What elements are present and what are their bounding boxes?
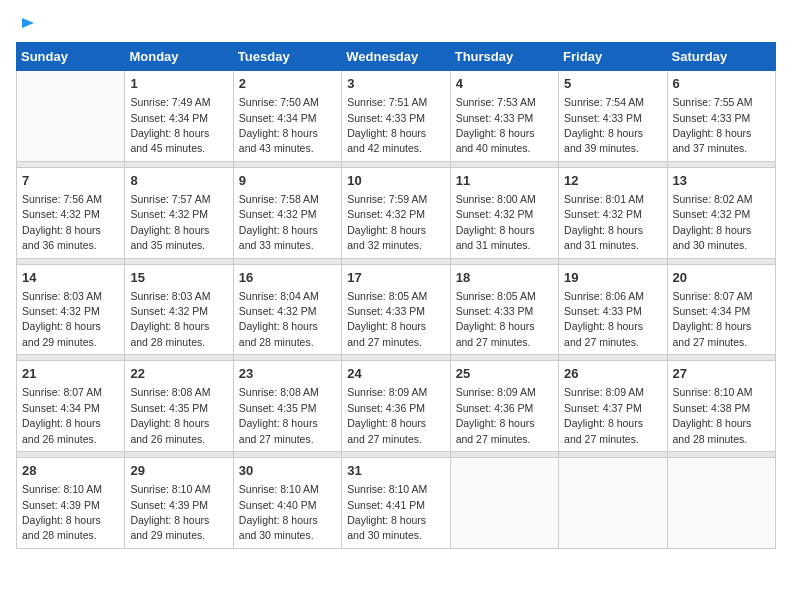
day-number: 13 [673, 172, 770, 190]
day-info: Sunrise: 7:51 AMSunset: 4:33 PMDaylight:… [347, 96, 427, 154]
day-info: Sunrise: 8:07 AMSunset: 4:34 PMDaylight:… [22, 386, 102, 444]
calendar-cell: 2Sunrise: 7:50 AMSunset: 4:34 PMDaylight… [233, 71, 341, 162]
day-number: 26 [564, 365, 661, 383]
day-info: Sunrise: 8:02 AMSunset: 4:32 PMDaylight:… [673, 193, 753, 251]
day-info: Sunrise: 7:50 AMSunset: 4:34 PMDaylight:… [239, 96, 319, 154]
calendar-cell: 22Sunrise: 8:08 AMSunset: 4:35 PMDayligh… [125, 361, 233, 452]
day-info: Sunrise: 7:49 AMSunset: 4:34 PMDaylight:… [130, 96, 210, 154]
calendar-cell [559, 458, 667, 549]
day-number: 1 [130, 75, 227, 93]
calendar-cell: 10Sunrise: 7:59 AMSunset: 4:32 PMDayligh… [342, 167, 450, 258]
calendar-week-row: 14Sunrise: 8:03 AMSunset: 4:32 PMDayligh… [17, 264, 776, 355]
svg-marker-0 [22, 18, 34, 28]
day-info: Sunrise: 8:03 AMSunset: 4:32 PMDaylight:… [130, 290, 210, 348]
calendar-cell: 30Sunrise: 8:10 AMSunset: 4:40 PMDayligh… [233, 458, 341, 549]
calendar-cell [667, 458, 775, 549]
calendar-cell: 3Sunrise: 7:51 AMSunset: 4:33 PMDaylight… [342, 71, 450, 162]
day-number: 7 [22, 172, 119, 190]
calendar-cell: 11Sunrise: 8:00 AMSunset: 4:32 PMDayligh… [450, 167, 558, 258]
day-info: Sunrise: 8:07 AMSunset: 4:34 PMDaylight:… [673, 290, 753, 348]
day-number: 10 [347, 172, 444, 190]
day-number: 2 [239, 75, 336, 93]
day-info: Sunrise: 8:10 AMSunset: 4:41 PMDaylight:… [347, 483, 427, 541]
calendar-cell [450, 458, 558, 549]
logo-flag-icon [18, 16, 36, 34]
day-info: Sunrise: 8:10 AMSunset: 4:39 PMDaylight:… [130, 483, 210, 541]
day-info: Sunrise: 7:55 AMSunset: 4:33 PMDaylight:… [673, 96, 753, 154]
calendar-cell: 20Sunrise: 8:07 AMSunset: 4:34 PMDayligh… [667, 264, 775, 355]
day-number: 11 [456, 172, 553, 190]
calendar-week-row: 1Sunrise: 7:49 AMSunset: 4:34 PMDaylight… [17, 71, 776, 162]
day-number: 27 [673, 365, 770, 383]
day-info: Sunrise: 8:08 AMSunset: 4:35 PMDaylight:… [130, 386, 210, 444]
day-info: Sunrise: 8:10 AMSunset: 4:40 PMDaylight:… [239, 483, 319, 541]
calendar-header-row: SundayMondayTuesdayWednesdayThursdayFrid… [17, 43, 776, 71]
day-number: 25 [456, 365, 553, 383]
day-number: 30 [239, 462, 336, 480]
calendar-cell: 17Sunrise: 8:05 AMSunset: 4:33 PMDayligh… [342, 264, 450, 355]
day-info: Sunrise: 8:08 AMSunset: 4:35 PMDaylight:… [239, 386, 319, 444]
day-info: Sunrise: 8:06 AMSunset: 4:33 PMDaylight:… [564, 290, 644, 348]
calendar-cell: 7Sunrise: 7:56 AMSunset: 4:32 PMDaylight… [17, 167, 125, 258]
day-number: 19 [564, 269, 661, 287]
day-info: Sunrise: 8:10 AMSunset: 4:38 PMDaylight:… [673, 386, 753, 444]
day-number: 12 [564, 172, 661, 190]
calendar-cell: 5Sunrise: 7:54 AMSunset: 4:33 PMDaylight… [559, 71, 667, 162]
calendar-cell: 4Sunrise: 7:53 AMSunset: 4:33 PMDaylight… [450, 71, 558, 162]
calendar-cell: 28Sunrise: 8:10 AMSunset: 4:39 PMDayligh… [17, 458, 125, 549]
day-number: 4 [456, 75, 553, 93]
calendar-week-row: 28Sunrise: 8:10 AMSunset: 4:39 PMDayligh… [17, 458, 776, 549]
day-number: 5 [564, 75, 661, 93]
day-number: 20 [673, 269, 770, 287]
day-info: Sunrise: 7:53 AMSunset: 4:33 PMDaylight:… [456, 96, 536, 154]
calendar-cell: 29Sunrise: 8:10 AMSunset: 4:39 PMDayligh… [125, 458, 233, 549]
calendar-cell: 18Sunrise: 8:05 AMSunset: 4:33 PMDayligh… [450, 264, 558, 355]
weekday-header: Monday [125, 43, 233, 71]
calendar-cell: 19Sunrise: 8:06 AMSunset: 4:33 PMDayligh… [559, 264, 667, 355]
weekday-header: Wednesday [342, 43, 450, 71]
day-info: Sunrise: 7:57 AMSunset: 4:32 PMDaylight:… [130, 193, 210, 251]
day-info: Sunrise: 8:03 AMSunset: 4:32 PMDaylight:… [22, 290, 102, 348]
calendar-cell: 21Sunrise: 8:07 AMSunset: 4:34 PMDayligh… [17, 361, 125, 452]
day-number: 18 [456, 269, 553, 287]
calendar-cell: 9Sunrise: 7:58 AMSunset: 4:32 PMDaylight… [233, 167, 341, 258]
calendar-week-row: 7Sunrise: 7:56 AMSunset: 4:32 PMDaylight… [17, 167, 776, 258]
calendar-cell: 15Sunrise: 8:03 AMSunset: 4:32 PMDayligh… [125, 264, 233, 355]
day-info: Sunrise: 8:09 AMSunset: 4:36 PMDaylight:… [347, 386, 427, 444]
weekday-header: Friday [559, 43, 667, 71]
calendar-cell: 16Sunrise: 8:04 AMSunset: 4:32 PMDayligh… [233, 264, 341, 355]
day-number: 14 [22, 269, 119, 287]
logo [16, 16, 36, 34]
calendar-cell: 23Sunrise: 8:08 AMSunset: 4:35 PMDayligh… [233, 361, 341, 452]
calendar-cell: 27Sunrise: 8:10 AMSunset: 4:38 PMDayligh… [667, 361, 775, 452]
weekday-header: Saturday [667, 43, 775, 71]
calendar-table: SundayMondayTuesdayWednesdayThursdayFrid… [16, 42, 776, 549]
day-info: Sunrise: 7:58 AMSunset: 4:32 PMDaylight:… [239, 193, 319, 251]
day-number: 6 [673, 75, 770, 93]
calendar-cell: 8Sunrise: 7:57 AMSunset: 4:32 PMDaylight… [125, 167, 233, 258]
page-header [16, 16, 776, 34]
calendar-cell: 6Sunrise: 7:55 AMSunset: 4:33 PMDaylight… [667, 71, 775, 162]
day-info: Sunrise: 7:59 AMSunset: 4:32 PMDaylight:… [347, 193, 427, 251]
calendar-week-row: 21Sunrise: 8:07 AMSunset: 4:34 PMDayligh… [17, 361, 776, 452]
weekday-header: Thursday [450, 43, 558, 71]
day-info: Sunrise: 8:10 AMSunset: 4:39 PMDaylight:… [22, 483, 102, 541]
calendar-cell: 13Sunrise: 8:02 AMSunset: 4:32 PMDayligh… [667, 167, 775, 258]
day-number: 24 [347, 365, 444, 383]
calendar-cell [17, 71, 125, 162]
day-number: 9 [239, 172, 336, 190]
day-info: Sunrise: 8:05 AMSunset: 4:33 PMDaylight:… [347, 290, 427, 348]
day-number: 17 [347, 269, 444, 287]
calendar-cell: 12Sunrise: 8:01 AMSunset: 4:32 PMDayligh… [559, 167, 667, 258]
calendar-cell: 14Sunrise: 8:03 AMSunset: 4:32 PMDayligh… [17, 264, 125, 355]
calendar-cell: 1Sunrise: 7:49 AMSunset: 4:34 PMDaylight… [125, 71, 233, 162]
day-info: Sunrise: 8:00 AMSunset: 4:32 PMDaylight:… [456, 193, 536, 251]
day-number: 21 [22, 365, 119, 383]
day-number: 31 [347, 462, 444, 480]
calendar-cell: 25Sunrise: 8:09 AMSunset: 4:36 PMDayligh… [450, 361, 558, 452]
weekday-header: Sunday [17, 43, 125, 71]
day-number: 15 [130, 269, 227, 287]
day-info: Sunrise: 8:04 AMSunset: 4:32 PMDaylight:… [239, 290, 319, 348]
day-info: Sunrise: 8:01 AMSunset: 4:32 PMDaylight:… [564, 193, 644, 251]
day-number: 22 [130, 365, 227, 383]
